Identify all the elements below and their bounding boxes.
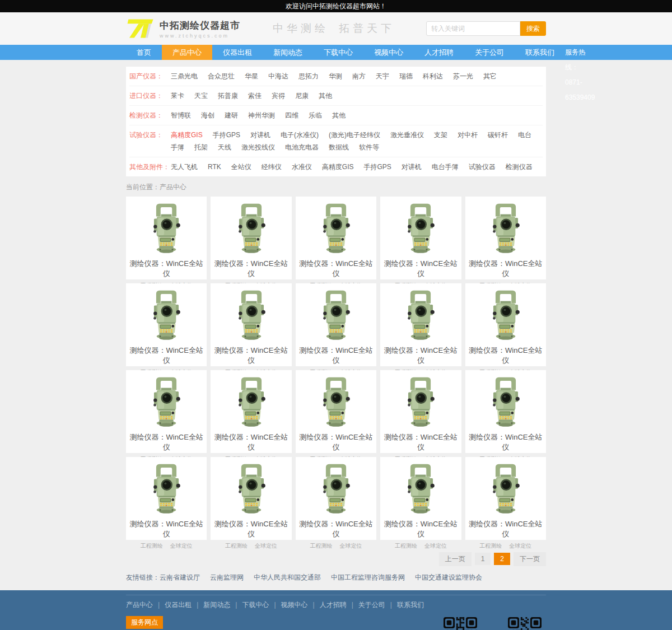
filter-item[interactable]: 尼康 [295, 90, 309, 102]
product-card[interactable]: 测绘仪器：WinCE全站仪工程测绘全球定位 [465, 283, 546, 366]
filter-item[interactable]: 托架 [194, 141, 208, 153]
filter-item[interactable]: 海创 [201, 109, 214, 122]
filter-item[interactable]: 碳钎杆 [488, 129, 508, 141]
product-card[interactable]: 测绘仪器：WinCE全站仪工程测绘全球定位 [126, 457, 207, 540]
filter-item[interactable]: 电台 [518, 129, 531, 141]
filter-item[interactable]: 电池充电器 [285, 141, 319, 153]
filter-item[interactable]: 四维 [285, 109, 298, 122]
footer-nav-item[interactable]: 仪器出租 [165, 601, 192, 609]
product-card[interactable]: 测绘仪器：WinCE全站仪工程测绘全球定位 [465, 370, 546, 453]
filter-item[interactable]: 激光投线仪 [241, 141, 275, 153]
filter-item[interactable]: (激光)电子经纬仪 [329, 129, 380, 141]
filter-item[interactable]: 电台手簿 [432, 161, 459, 173]
filter-item[interactable]: 中海达 [268, 70, 288, 82]
filter-item[interactable]: 其他 [319, 90, 332, 102]
friend-link[interactable]: 中国工程监理咨询服务网 [331, 573, 405, 581]
filter-item[interactable]: 拓普康 [218, 90, 238, 102]
filter-item[interactable]: 对讲机 [250, 129, 270, 141]
pagination-page-1[interactable]: 1 [475, 553, 491, 565]
filter-item[interactable]: 对中杆 [458, 129, 478, 141]
filter-item[interactable]: 天宇 [376, 70, 389, 82]
friend-link[interactable]: 中华人民共和国交通部 [254, 573, 321, 581]
pagination-page-2[interactable]: 2 [494, 553, 510, 565]
filter-item[interactable]: 高精度GIS [171, 129, 203, 141]
search-input[interactable] [426, 21, 520, 36]
filter-item[interactable]: 手持GPS [363, 161, 391, 173]
filter-item[interactable]: 高精度GIS [322, 161, 354, 173]
filter-item[interactable]: 南方 [352, 70, 366, 82]
filter-item[interactable]: RTK [208, 161, 221, 173]
filter-item[interactable]: 手簿 [171, 141, 184, 153]
product-card[interactable]: 测绘仪器：WinCE全站仪工程测绘全球定位 [296, 457, 376, 540]
product-card[interactable]: 测绘仪器：WinCE全站仪工程测绘全球定位 [211, 197, 291, 279]
filter-item[interactable]: 思拓力 [298, 70, 319, 82]
filter-item[interactable]: 激光垂准仪 [390, 129, 424, 141]
filter-item[interactable]: 瑞德 [399, 70, 413, 82]
product-card[interactable]: 测绘仪器：WinCE全站仪工程测绘全球定位 [211, 370, 291, 453]
filter-item[interactable]: 全站仪 [231, 161, 251, 173]
nav-item-9[interactable]: 联系我们 [515, 45, 565, 60]
filter-item[interactable]: 数据线 [329, 141, 349, 153]
filter-item[interactable]: 华测 [329, 70, 342, 82]
footer-nav-item[interactable]: 新闻动态 [203, 601, 230, 609]
footer-nav-item[interactable]: 人才招聘 [320, 601, 347, 609]
footer-nav-item[interactable]: 联系我们 [397, 601, 424, 609]
footer-nav-item[interactable]: 关于公司 [358, 601, 385, 609]
product-card[interactable]: 测绘仪器：WinCE全站仪工程测绘全球定位 [126, 283, 207, 366]
product-card[interactable]: 测绘仪器：WinCE全站仪工程测绘全球定位 [465, 197, 546, 279]
nav-item-3[interactable]: 仪器出租 [212, 45, 263, 60]
nav-item-5[interactable]: 下载中心 [313, 45, 363, 60]
pagination-prev[interactable]: 上一页 [439, 552, 472, 566]
product-card[interactable]: 测绘仪器：WinCE全站仪工程测绘全球定位 [296, 370, 376, 453]
filter-item[interactable]: 华星 [245, 70, 258, 82]
filter-item[interactable]: 合众思壮 [208, 70, 235, 82]
filter-item[interactable]: 索佳 [248, 90, 262, 102]
product-card[interactable]: 测绘仪器：WinCE全站仪工程测绘全球定位 [126, 370, 207, 453]
filter-item[interactable]: 电子(水准仪) [281, 129, 319, 141]
filter-item[interactable]: 三鼎光电 [171, 70, 198, 82]
filter-item[interactable]: 其他 [332, 109, 346, 122]
filter-item[interactable]: 智博联 [171, 109, 191, 122]
product-card[interactable]: 测绘仪器：WinCE全站仪工程测绘全球定位 [126, 197, 207, 279]
friend-link[interactable]: 中国交通建设监理协会 [415, 573, 482, 581]
product-card[interactable]: 测绘仪器：WinCE全站仪工程测绘全球定位 [211, 457, 291, 540]
nav-item-6[interactable]: 视频中心 [363, 45, 414, 60]
product-card[interactable]: 测绘仪器：WinCE全站仪工程测绘全球定位 [296, 283, 376, 366]
product-card[interactable]: 测绘仪器：WinCE全站仪工程测绘全球定位 [380, 197, 461, 279]
filter-item[interactable]: 检测仪器 [506, 161, 533, 173]
filter-item[interactable]: 其它 [483, 70, 497, 82]
nav-item-8[interactable]: 关于公司 [464, 45, 515, 60]
filter-item[interactable]: 宾得 [272, 90, 285, 102]
friend-link[interactable]: 云南监理网 [210, 573, 244, 581]
product-card[interactable]: 测绘仪器：WinCE全站仪工程测绘全球定位 [465, 457, 546, 540]
filter-item[interactable]: 乐临 [309, 109, 322, 122]
search-button[interactable]: 搜索 [520, 21, 546, 36]
footer-nav-item[interactable]: 产品中心 [126, 601, 153, 609]
nav-item-1[interactable]: 首页 [126, 45, 162, 60]
site-logo[interactable]: 中拓测绘仪器超市 www.ztchyqcs.com [126, 17, 240, 40]
friend-link[interactable]: 云南省建设厅 [160, 573, 200, 581]
filter-item[interactable]: 天线 [218, 141, 231, 153]
product-card[interactable]: 测绘仪器：WinCE全站仪工程测绘全球定位 [211, 283, 291, 366]
footer-nav-item[interactable]: 视频中心 [281, 601, 308, 609]
product-card[interactable]: 测绘仪器：WinCE全站仪工程测绘全球定位 [380, 457, 461, 540]
product-card[interactable]: 测绘仪器：WinCE全站仪工程测绘全球定位 [380, 283, 461, 366]
filter-item[interactable]: 莱卡 [171, 90, 184, 102]
product-card[interactable]: 测绘仪器：WinCE全站仪工程测绘全球定位 [380, 370, 461, 453]
filter-item[interactable]: 苏一光 [453, 70, 473, 82]
nav-item-2[interactable]: 产品中心 [162, 45, 212, 60]
filter-item[interactable]: 试验仪器 [469, 161, 496, 173]
filter-item[interactable]: 科利达 [423, 70, 443, 82]
filter-item[interactable]: 经纬仪 [262, 161, 282, 173]
product-card[interactable]: 测绘仪器：WinCE全站仪工程测绘全球定位 [296, 197, 376, 279]
filter-item[interactable]: 手持GPS [213, 129, 240, 141]
pagination-next[interactable]: 下一页 [514, 552, 546, 566]
filter-item[interactable]: 对讲机 [402, 161, 422, 173]
filter-item[interactable]: 软件等 [359, 141, 379, 153]
filter-item[interactable]: 天宝 [194, 90, 208, 102]
filter-item[interactable]: 无人飞机 [171, 161, 198, 173]
filter-item[interactable]: 水准仪 [292, 161, 312, 173]
footer-nav-item[interactable]: 下载中心 [242, 601, 269, 609]
filter-item[interactable]: 建研 [225, 109, 238, 122]
nav-item-4[interactable]: 新闻动态 [263, 45, 313, 60]
